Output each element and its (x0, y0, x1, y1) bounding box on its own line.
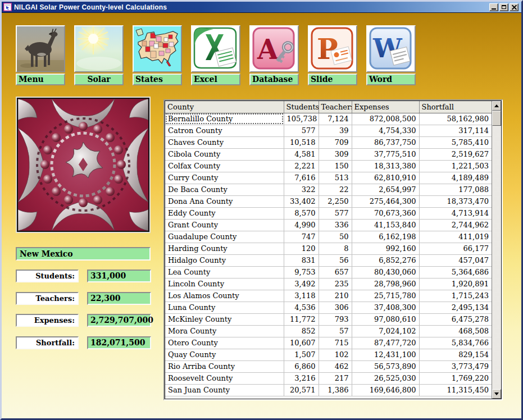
table-cell[interactable]: 97,080,610 (352, 313, 419, 325)
solar-button[interactable]: Solar (74, 25, 124, 85)
table-cell[interactable]: 37,408,300 (352, 302, 419, 313)
table-cell[interactable]: 317,114 (419, 125, 492, 136)
table-cell[interactable]: 4,581 (284, 148, 319, 160)
table-cell[interactable]: 709 (319, 136, 352, 148)
column-header-expenses[interactable]: Expenses (352, 101, 419, 113)
table-cell[interactable]: 7,616 (284, 172, 319, 184)
table-row[interactable]: McKinley County 11,772 793 97,080,610 6,… (165, 313, 492, 325)
table-scrollbar[interactable] (492, 101, 501, 399)
column-header-students[interactable]: Students (284, 101, 319, 113)
table-row[interactable]: Cibola County 4,581 309 37,775,510 2,519… (165, 148, 492, 160)
table-row[interactable]: Grant County 4,990 336 41,153,840 2,744,… (165, 219, 492, 231)
table-cell[interactable]: Curry County (165, 172, 284, 184)
table-cell[interactable]: 11,772 (284, 313, 319, 325)
table-cell[interactable]: Lincoln County (165, 278, 284, 290)
table-cell[interactable]: Luna County (165, 302, 284, 313)
table-cell[interactable]: 829,154 (419, 349, 492, 360)
table-row[interactable]: Catron County 577 39 4,754,330 317,114 (165, 125, 492, 136)
menu-button[interactable]: Menu (16, 25, 65, 85)
table-cell[interactable]: Mora County (165, 325, 284, 337)
table-cell[interactable]: Chaves County (165, 136, 284, 148)
table-cell[interactable]: 18,373,470 (419, 195, 492, 207)
close-button[interactable] (510, 3, 519, 11)
table-cell[interactable]: Cibola County (165, 148, 284, 160)
table-cell[interactable]: 105,738 (284, 113, 319, 125)
table-row[interactable]: Curry County 7,616 513 62,810,910 4,189,… (165, 172, 492, 184)
table-row[interactable]: De Baca County 322 22 2,654,997 177,088 (165, 184, 492, 195)
column-header-county[interactable]: County (165, 101, 284, 113)
table-cell[interactable]: Dona Ana County (165, 195, 284, 207)
column-header-shortfall[interactable]: Shortfall (419, 101, 492, 113)
table-cell[interactable]: 3,492 (284, 278, 319, 290)
table-cell[interactable]: 9,753 (284, 266, 319, 278)
table-row[interactable]: San Juan County 20,571 1,386 169,646,800… (165, 384, 492, 396)
table-cell[interactable]: McKinley County (165, 313, 284, 325)
table-row[interactable]: Quay County 1,507 102 12,431,100 829,154 (165, 349, 492, 360)
table-cell[interactable]: Roosevelt County (165, 372, 284, 384)
table-cell[interactable]: 513 (319, 172, 352, 184)
scroll-down-button[interactable] (492, 389, 501, 399)
table-cell[interactable]: 715 (319, 337, 352, 349)
table-cell[interactable]: 18,313,380 (352, 160, 419, 172)
table-cell[interactable]: Otero County (165, 337, 284, 349)
table-cell[interactable]: 1,507 (284, 349, 319, 360)
shortfall-field-value[interactable]: 182,071,500 (87, 336, 151, 349)
table-cell[interactable]: 210 (319, 290, 352, 302)
table-cell[interactable]: Harding County (165, 243, 284, 254)
table-cell[interactable]: 336 (319, 219, 352, 231)
table-cell[interactable]: 2,221 (284, 160, 319, 172)
table-cell[interactable]: Lea County (165, 266, 284, 278)
table-cell[interactable]: 1,715,243 (419, 290, 492, 302)
table-cell[interactable]: 2,744,962 (419, 219, 492, 231)
table-cell[interactable]: 2,519,627 (419, 148, 492, 160)
column-header-teachers[interactable]: Teachers (319, 101, 352, 113)
table-cell[interactable]: 66,177 (419, 243, 492, 254)
table-cell[interactable]: 50 (319, 231, 352, 243)
scrollbar-thumb[interactable] (492, 111, 501, 126)
table-cell[interactable]: 852 (284, 325, 319, 337)
table-cell[interactable]: 86,737,750 (352, 136, 419, 148)
table-cell[interactable]: Guadalupe County (165, 231, 284, 243)
table-cell[interactable]: 39 (319, 125, 352, 136)
table-cell[interactable]: 11,315,450 (419, 384, 492, 396)
table-cell[interactable]: 1,221,503 (419, 160, 492, 172)
table-cell[interactable]: 4,536 (284, 302, 319, 313)
table-row[interactable]: Colfax County 2,221 150 18,313,380 1,221… (165, 160, 492, 172)
table-cell[interactable]: 6,162,198 (352, 231, 419, 243)
table-row[interactable]: Chaves County 10,518 709 86,737,750 5,78… (165, 136, 492, 148)
titlebar[interactable]: NILGAI Solar Power County-level Calculat… (2, 2, 521, 13)
table-cell[interactable]: 56 (319, 254, 352, 266)
table-row[interactable]: Bernalillo County 105,738 7,124 872,008,… (165, 113, 492, 125)
maximize-button[interactable] (499, 3, 508, 11)
table-cell[interactable]: 22 (319, 184, 352, 195)
table-row[interactable]: Lincoln County 3,492 235 28,798,960 1,92… (165, 278, 492, 290)
table-cell[interactable]: 177,088 (419, 184, 492, 195)
table-cell[interactable]: 831 (284, 254, 319, 266)
table-cell[interactable]: 4,990 (284, 219, 319, 231)
table-cell[interactable]: Colfax County (165, 160, 284, 172)
table-cell[interactable]: 992,160 (352, 243, 419, 254)
table-cell[interactable]: San Juan County (165, 384, 284, 396)
scroll-up-button[interactable] (492, 101, 501, 111)
table-row[interactable]: Dona Ana County 33,402 2,250 275,464,300… (165, 195, 492, 207)
excel-button[interactable]: Excel (191, 25, 240, 85)
table-row[interactable]: Los Alamos County 3,118 210 25,715,780 1… (165, 290, 492, 302)
table-cell[interactable]: 3,118 (284, 290, 319, 302)
table-cell[interactable]: 33,402 (284, 195, 319, 207)
table-cell[interactable]: 5,834,766 (419, 337, 492, 349)
table-row[interactable]: Harding County 120 8 992,160 66,177 (165, 243, 492, 254)
table-cell[interactable]: 462 (319, 360, 352, 372)
table-cell[interactable]: 25,715,780 (352, 290, 419, 302)
table-cell[interactable]: 2,654,997 (352, 184, 419, 195)
table-cell[interactable]: 26,525,030 (352, 372, 419, 384)
table-cell[interactable]: 235 (319, 278, 352, 290)
table-cell[interactable]: 1,920,891 (419, 278, 492, 290)
table-cell[interactable]: 4,189,489 (419, 172, 492, 184)
table-cell[interactable]: 872,008,500 (352, 113, 419, 125)
table-cell[interactable]: 7,124 (319, 113, 352, 125)
table-cell[interactable]: 6,860 (284, 360, 319, 372)
table-cell[interactable]: 12,431,100 (352, 349, 419, 360)
table-cell[interactable]: 275,464,300 (352, 195, 419, 207)
table-cell[interactable]: 10,607 (284, 337, 319, 349)
table-cell[interactable]: Bernalillo County (165, 113, 284, 125)
